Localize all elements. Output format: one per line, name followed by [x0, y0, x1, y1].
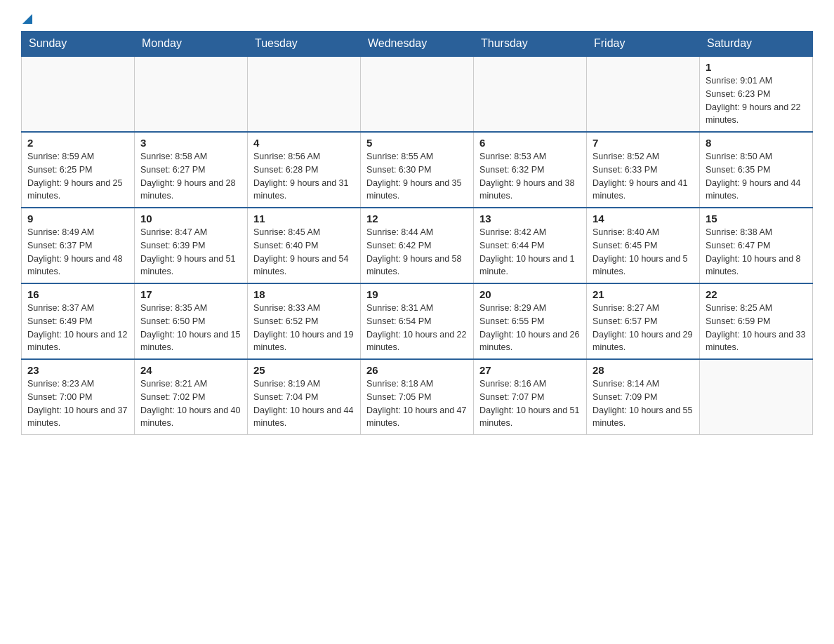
day-number: 8 [706, 137, 807, 149]
day-info: Sunrise: 8:33 AMSunset: 6:52 PMDaylight:… [253, 302, 355, 354]
calendar-cell: 21Sunrise: 8:27 AMSunset: 6:57 PMDayligh… [587, 283, 700, 359]
day-number: 18 [253, 288, 355, 300]
day-number: 26 [366, 364, 468, 376]
day-info: Sunrise: 8:59 AMSunset: 6:25 PMDaylight:… [27, 150, 128, 203]
calendar-cell: 23Sunrise: 8:23 AMSunset: 7:00 PMDayligh… [22, 359, 135, 435]
day-info: Sunrise: 8:58 AMSunset: 6:27 PMDaylight:… [140, 150, 241, 203]
day-number: 24 [140, 364, 241, 376]
day-info: Sunrise: 8:42 AMSunset: 6:44 PMDaylight:… [479, 226, 581, 279]
day-number: 1 [706, 61, 807, 73]
day-info: Sunrise: 8:31 AMSunset: 6:54 PMDaylight:… [366, 302, 468, 354]
calendar-cell [474, 56, 587, 132]
week-row-3: 9Sunrise: 8:49 AMSunset: 6:37 PMDaylight… [22, 208, 813, 283]
day-info: Sunrise: 8:53 AMSunset: 6:32 PMDaylight:… [479, 150, 581, 203]
day-number: 13 [479, 213, 581, 224]
calendar-cell: 22Sunrise: 8:25 AMSunset: 6:59 PMDayligh… [700, 283, 813, 359]
calendar-cell: 11Sunrise: 8:45 AMSunset: 6:40 PMDayligh… [248, 208, 361, 283]
calendar-body: 1Sunrise: 9:01 AMSunset: 6:23 PMDaylight… [22, 56, 813, 435]
week-row-1: 1Sunrise: 9:01 AMSunset: 6:23 PMDaylight… [22, 56, 813, 132]
day-info: Sunrise: 8:27 AMSunset: 6:57 PMDaylight:… [593, 302, 694, 354]
day-number: 4 [253, 137, 355, 149]
calendar-cell [587, 56, 700, 132]
logo [21, 14, 32, 24]
calendar-cell: 7Sunrise: 8:52 AMSunset: 6:33 PMDaylight… [587, 132, 700, 208]
day-number: 20 [479, 288, 581, 300]
day-info: Sunrise: 9:01 AMSunset: 6:23 PMDaylight:… [706, 74, 807, 127]
calendar-cell: 4Sunrise: 8:56 AMSunset: 6:28 PMDaylight… [248, 132, 361, 208]
day-info: Sunrise: 8:14 AMSunset: 7:09 PMDaylight:… [593, 377, 694, 430]
day-number: 6 [479, 137, 581, 149]
week-row-2: 2Sunrise: 8:59 AMSunset: 6:25 PMDaylight… [22, 132, 813, 208]
calendar-cell: 12Sunrise: 8:44 AMSunset: 6:42 PMDayligh… [361, 208, 474, 283]
calendar-cell: 10Sunrise: 8:47 AMSunset: 6:39 PMDayligh… [135, 208, 248, 283]
day-number: 16 [27, 288, 128, 300]
day-number: 7 [593, 137, 694, 149]
calendar-cell: 19Sunrise: 8:31 AMSunset: 6:54 PMDayligh… [361, 283, 474, 359]
day-info: Sunrise: 8:25 AMSunset: 6:59 PMDaylight:… [706, 302, 807, 354]
day-number: 9 [27, 213, 128, 224]
calendar-cell: 13Sunrise: 8:42 AMSunset: 6:44 PMDayligh… [474, 208, 587, 283]
day-number: 23 [27, 364, 128, 376]
day-number: 15 [706, 213, 807, 224]
day-info: Sunrise: 8:52 AMSunset: 6:33 PMDaylight:… [593, 150, 694, 203]
calendar-cell: 25Sunrise: 8:19 AMSunset: 7:04 PMDayligh… [248, 359, 361, 435]
calendar-cell: 15Sunrise: 8:38 AMSunset: 6:47 PMDayligh… [700, 208, 813, 283]
calendar-cell [22, 56, 135, 132]
day-number: 12 [366, 213, 468, 224]
day-number: 19 [366, 288, 468, 300]
day-number: 11 [253, 213, 355, 224]
header-day-friday: Friday [587, 32, 700, 57]
day-info: Sunrise: 8:18 AMSunset: 7:05 PMDaylight:… [366, 377, 468, 430]
day-info: Sunrise: 8:23 AMSunset: 7:00 PMDaylight:… [27, 377, 128, 430]
day-info: Sunrise: 8:45 AMSunset: 6:40 PMDaylight:… [253, 226, 355, 279]
calendar-cell: 18Sunrise: 8:33 AMSunset: 6:52 PMDayligh… [248, 283, 361, 359]
day-info: Sunrise: 8:49 AMSunset: 6:37 PMDaylight:… [27, 226, 128, 279]
calendar-cell: 27Sunrise: 8:16 AMSunset: 7:07 PMDayligh… [474, 359, 587, 435]
calendar-cell: 2Sunrise: 8:59 AMSunset: 6:25 PMDaylight… [22, 132, 135, 208]
calendar-table: SundayMondayTuesdayWednesdayThursdayFrid… [21, 31, 813, 435]
day-number: 10 [140, 213, 241, 224]
day-info: Sunrise: 8:40 AMSunset: 6:45 PMDaylight:… [593, 226, 694, 279]
calendar-cell: 26Sunrise: 8:18 AMSunset: 7:05 PMDayligh… [361, 359, 474, 435]
header-row: SundayMondayTuesdayWednesdayThursdayFrid… [22, 32, 813, 57]
day-info: Sunrise: 8:21 AMSunset: 7:02 PMDaylight:… [140, 377, 241, 430]
day-number: 25 [253, 364, 355, 376]
calendar-cell [135, 56, 248, 132]
day-info: Sunrise: 8:47 AMSunset: 6:39 PMDaylight:… [140, 226, 241, 279]
header-day-monday: Monday [135, 32, 248, 57]
day-info: Sunrise: 8:55 AMSunset: 6:30 PMDaylight:… [366, 150, 468, 203]
calendar-header: SundayMondayTuesdayWednesdayThursdayFrid… [22, 32, 813, 57]
day-info: Sunrise: 8:44 AMSunset: 6:42 PMDaylight:… [366, 226, 468, 279]
calendar-cell: 3Sunrise: 8:58 AMSunset: 6:27 PMDaylight… [135, 132, 248, 208]
calendar-cell [361, 56, 474, 132]
day-number: 14 [593, 213, 694, 224]
logo-arrow-icon [22, 14, 32, 24]
day-info: Sunrise: 8:56 AMSunset: 6:28 PMDaylight:… [253, 150, 355, 203]
day-number: 5 [366, 137, 468, 149]
day-info: Sunrise: 8:37 AMSunset: 6:49 PMDaylight:… [27, 302, 128, 354]
header-day-wednesday: Wednesday [361, 32, 474, 57]
day-number: 28 [593, 364, 694, 376]
day-info: Sunrise: 8:50 AMSunset: 6:35 PMDaylight:… [706, 150, 807, 203]
day-info: Sunrise: 8:19 AMSunset: 7:04 PMDaylight:… [253, 377, 355, 430]
calendar-cell: 16Sunrise: 8:37 AMSunset: 6:49 PMDayligh… [22, 283, 135, 359]
week-row-5: 23Sunrise: 8:23 AMSunset: 7:00 PMDayligh… [22, 359, 813, 435]
calendar-cell: 17Sunrise: 8:35 AMSunset: 6:50 PMDayligh… [135, 283, 248, 359]
day-info: Sunrise: 8:29 AMSunset: 6:55 PMDaylight:… [479, 302, 581, 354]
calendar-cell: 8Sunrise: 8:50 AMSunset: 6:35 PMDaylight… [700, 132, 813, 208]
day-number: 17 [140, 288, 241, 300]
header-day-sunday: Sunday [22, 32, 135, 57]
calendar-cell [700, 359, 813, 435]
day-info: Sunrise: 8:38 AMSunset: 6:47 PMDaylight:… [706, 226, 807, 279]
week-row-4: 16Sunrise: 8:37 AMSunset: 6:49 PMDayligh… [22, 283, 813, 359]
calendar-cell: 28Sunrise: 8:14 AMSunset: 7:09 PMDayligh… [587, 359, 700, 435]
day-number: 2 [27, 137, 128, 149]
header-day-saturday: Saturday [700, 32, 813, 57]
logo-blue-part [21, 14, 32, 24]
calendar-cell: 5Sunrise: 8:55 AMSunset: 6:30 PMDaylight… [361, 132, 474, 208]
calendar-cell [248, 56, 361, 132]
calendar-cell: 1Sunrise: 9:01 AMSunset: 6:23 PMDaylight… [700, 56, 813, 132]
calendar-cell: 6Sunrise: 8:53 AMSunset: 6:32 PMDaylight… [474, 132, 587, 208]
calendar-cell: 20Sunrise: 8:29 AMSunset: 6:55 PMDayligh… [474, 283, 587, 359]
page-header [21, 14, 813, 24]
